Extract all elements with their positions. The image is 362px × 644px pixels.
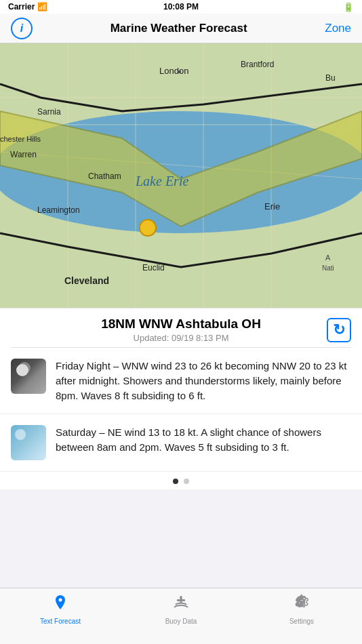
svg-point-14 [178, 71, 181, 73]
svg-text:Cleveland: Cleveland [64, 275, 109, 286]
buoy-data-label: Buoy Data [165, 618, 197, 625]
svg-point-27 [140, 220, 156, 236]
location-header: 18NM WNW Ashtabula OH Updated: 09/19 8:1… [0, 308, 362, 347]
forecast-item-1: Saturday – NE wind 13 to 18 kt. A slight… [0, 414, 362, 472]
svg-text:Nati: Nati [322, 264, 334, 272]
wifi-icon: 📶 [37, 2, 47, 12]
tab-settings[interactable]: Settings [275, 594, 329, 625]
text-forecast-icon [52, 594, 69, 616]
forecast-list: Friday Night – WNW wind 23 to 26 kt beco… [0, 348, 362, 472]
svg-text:Lake Erie: Lake Erie [135, 174, 188, 188]
pagination-dots [0, 472, 362, 489]
status-time: 10:08 PM [163, 2, 199, 12]
tab-bar: Text Forecast Buoy Data Settings [0, 588, 362, 644]
forecast-area: 18NM WNW Ashtabula OH Updated: 09/19 8:1… [0, 308, 362, 489]
svg-rect-30 [177, 599, 185, 601]
info-button[interactable]: i [11, 18, 33, 39]
svg-text:London: London [159, 66, 188, 76]
refresh-button[interactable]: ↻ [327, 318, 351, 342]
status-carrier: Carrier 📶 [8, 2, 47, 12]
svg-rect-3 [0, 254, 362, 308]
svg-text:Erie: Erie [264, 201, 280, 212]
status-battery: 🔋 [343, 2, 354, 12]
status-bar: Carrier 📶 10:08 PM 🔋 [0, 0, 362, 14]
weather-thumb-night [11, 359, 46, 394]
nav-bar: i Marine Weather Forecast Zone [0, 14, 362, 43]
forecast-item-0: Friday Night – WNW wind 23 to 26 kt beco… [0, 348, 362, 414]
svg-point-31 [180, 597, 182, 599]
map-container[interactable]: Lake Erie London Brantford Sarnia cheste… [0, 43, 362, 308]
svg-text:Sarnia: Sarnia [37, 107, 61, 117]
svg-text:Euclid: Euclid [142, 263, 165, 273]
svg-text:A: A [325, 254, 331, 262]
forecast-text-1: Saturday – NE wind 13 to 18 kt. A slight… [56, 425, 351, 455]
text-forecast-label: Text Forecast [40, 618, 81, 625]
forecast-text-0: Friday Night – WNW wind 23 to 26 kt beco… [56, 359, 351, 403]
page-dot-1[interactable] [184, 479, 189, 484]
page-dot-0[interactable] [173, 479, 178, 484]
zone-button[interactable]: Zone [325, 22, 351, 35]
weather-thumb-day [11, 425, 46, 460]
svg-text:chester Hills: chester Hills [0, 135, 41, 143]
settings-icon [293, 594, 310, 616]
info-icon: i [20, 22, 23, 35]
svg-text:Leamington: Leamington [37, 205, 80, 215]
svg-point-28 [59, 599, 62, 602]
carrier-label: Carrier [8, 2, 35, 12]
nav-title: Marine Weather Forecast [110, 22, 247, 35]
settings-label: Settings [289, 618, 314, 625]
tab-buoy-data[interactable]: Buoy Data [154, 594, 208, 625]
svg-text:Bu: Bu [325, 73, 336, 83]
refresh-icon: ↻ [333, 321, 345, 339]
location-info: 18NM WNW Ashtabula OH Updated: 09/19 8:1… [35, 317, 327, 343]
location-updated: Updated: 09/19 8:13 PM [35, 333, 327, 343]
tab-text-forecast[interactable]: Text Forecast [33, 594, 87, 625]
svg-text:Chatham: Chatham [88, 172, 121, 181]
svg-text:Warren: Warren [10, 150, 37, 159]
location-name: 18NM WNW Ashtabula OH [35, 317, 327, 331]
buoy-data-icon [172, 594, 190, 616]
svg-text:Brantford: Brantford [241, 60, 274, 69]
battery-icon: 🔋 [343, 2, 354, 12]
